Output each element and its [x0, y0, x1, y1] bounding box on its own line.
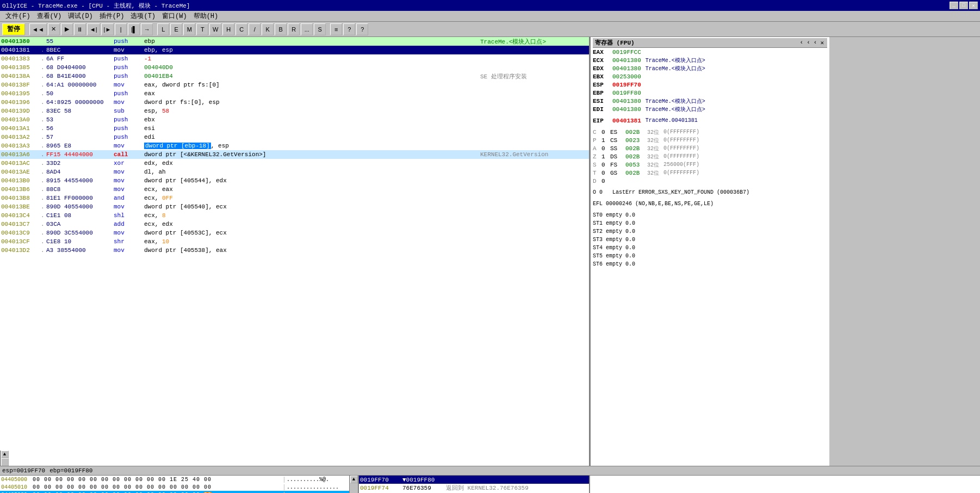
disasm-row[interactable]: 004013A0 . 53 push ebx — [0, 115, 589, 124]
disasm-dot: . — [41, 204, 46, 210]
toolbar-stepfwd[interactable]: |► — [101, 23, 114, 35]
disasm-dot: . — [41, 73, 46, 79]
reg-ecx-label: TraceMe.<模块入口点> — [646, 57, 705, 64]
toolbar-M[interactable]: M — [183, 23, 195, 35]
disasm-hex: FF15 44404000 — [46, 151, 111, 158]
toolbar-arrow[interactable]: → — [141, 23, 153, 35]
disasm-row[interactable]: 004013C4 . C1E1 08 shl ecx, 8 — [0, 211, 589, 220]
menu-options[interactable]: 选项(T) — [127, 10, 159, 22]
disasm-row[interactable]: 004013A6 . FF15 44404000 call dword ptr … — [0, 150, 589, 159]
disasm-hex: 8AD4 — [46, 169, 111, 175]
toolbar-C[interactable]: C — [235, 23, 247, 35]
nav-left2[interactable]: ‹ — [805, 39, 811, 46]
reg-edi-name: EDI — [593, 106, 610, 113]
toolbar-slash[interactable]: / — [249, 23, 260, 35]
maximize-btn[interactable]: □ — [959, 2, 968, 9]
scroll-up-btn[interactable]: ▲ — [1, 451, 9, 458]
disasm-dot: . — [41, 186, 46, 193]
disasm-row[interactable]: 00401381 . 8BEC mov ebp, esp — [0, 46, 589, 54]
disasm-row[interactable]: 00401380 55 push ebp TraceMe.<模块入口点> — [0, 37, 589, 46]
disasm-ops: dword ptr [<&KERNEL32.GetVersion>] — [144, 151, 480, 158]
nav-left3[interactable]: ‹ — [812, 39, 818, 46]
disasm-mnem: push — [111, 125, 144, 132]
disasm-row[interactable]: 004013C9 . 890D 3C554000 mov dword ptr [… — [0, 229, 589, 237]
toolbar-pause2[interactable]: ⏸ — [74, 23, 86, 35]
menu-window[interactable]: 窗口(W) — [159, 10, 190, 22]
toolbar-q1[interactable]: ? — [343, 23, 355, 35]
minimize-btn[interactable]: _ — [950, 2, 958, 9]
disasm-row[interactable]: 004013AE . 8AD4 mov dl, ah — [0, 168, 589, 176]
disasm-row[interactable]: 004013A3 . 8965 E8 mov dword ptr [ebp-18… — [0, 141, 589, 150]
stack-row-ff74[interactable]: 0019FF74 76E76359 返回到 KERNEL32.76E76359 — [359, 484, 589, 492]
flag-p: P — [593, 137, 599, 144]
menu-view[interactable]: 查看(V) — [34, 10, 65, 22]
flag-z-val: 1 — [601, 153, 608, 160]
reg-esi-name: ESI — [593, 98, 610, 104]
hex-row[interactable]: 04405010 00 00 00 00 00 00 00 00 00 00 0… — [0, 483, 349, 491]
reg-lasterr-text: O 0 LastErr ERROR_SXS_KEY_NOT_FOUND (000… — [593, 189, 749, 195]
disasm-row[interactable]: 00401383 . 6A FF push -1 — [0, 54, 589, 63]
toolbar-T[interactable]: T — [196, 23, 208, 35]
disasm-row[interactable]: 004013B0 . 8915 44554000 mov dword ptr [… — [0, 176, 589, 185]
toolbar-L[interactable]: L — [157, 23, 169, 35]
toolbar-run[interactable]: ▶ — [61, 23, 73, 35]
toolbar-stop[interactable]: ✕ — [48, 23, 60, 35]
menu-help[interactable]: 帮助(H) — [190, 10, 222, 22]
disasm-row[interactable]: 004013A2 . 57 push edi — [0, 133, 589, 141]
toolbar-E[interactable]: E — [170, 23, 182, 35]
menu-plugins[interactable]: 插件(P) — [96, 10, 128, 22]
disasm-row[interactable]: 00401395 . 50 push eax — [0, 89, 589, 98]
disasm-row[interactable]: 004013D2 . A3 38554000 mov dword ptr [40… — [0, 246, 589, 255]
disasm-addr: 004013AC — [0, 160, 41, 167]
disasm-row[interactable]: 0040138A . 68 B41E4000 push 00401EB4 SE … — [0, 72, 589, 81]
menu-file[interactable]: 文件(F) — [2, 10, 34, 22]
hex-scroll-up[interactable]: ▲ — [350, 476, 358, 483]
disasm-ops: ecx, edx — [144, 221, 480, 227]
hex-ascii: ................ — [284, 484, 349, 490]
stack-row-ff70[interactable]: 0019FF70 ▼0019FF80 — [359, 476, 589, 484]
reg-row-eax: EAX 0019FFCC — [593, 48, 827, 56]
disasm-row[interactable]: 004013BE . 890D 40554000 mov dword ptr [… — [0, 202, 589, 211]
hex-row[interactable]: 04405020 00 00 00 00 00 00 00 00 00 00 0… — [0, 491, 349, 493]
toolbar-R[interactable]: R — [288, 23, 300, 35]
disasm-row[interactable]: 0040139D . 83EC 58 sub esp, 58 — [0, 107, 589, 115]
disasm-row[interactable]: 004013CF . C1E8 10 shr eax, 10 — [0, 237, 589, 246]
toolbar-H[interactable]: H — [222, 23, 234, 35]
pause-button[interactable]: 暂停 — [2, 23, 25, 35]
toolbar-W[interactable]: W — [209, 23, 221, 35]
hex-scrollbar[interactable]: ▲ ▼ — [349, 476, 358, 493]
toolbar-rewind[interactable]: ◄◄ — [29, 23, 47, 35]
reg-edx-val: 00401380 — [612, 65, 641, 72]
toolbar-list[interactable]: ≡ — [330, 23, 342, 35]
disasm-scrollbar[interactable]: ▲ ▼ — [0, 451, 9, 466]
toolbar-S[interactable]: S — [314, 23, 326, 35]
disasm-addr: 004013AE — [0, 169, 41, 175]
disasm-row[interactable]: 004013B8 . 81E1 FF000000 and ecx, 0FF — [0, 194, 589, 202]
toolbar-step2[interactable]: |▌ — [128, 23, 140, 35]
toolbar-B[interactable]: B — [275, 23, 287, 35]
disasm-row[interactable]: 004013A1 . 56 push esi — [0, 124, 589, 133]
disasm-row[interactable]: 0040138F . 64:A1 00000000 mov eax, dword… — [0, 81, 589, 89]
scroll-thumb[interactable] — [1, 458, 9, 466]
nav-close[interactable]: ✕ — [819, 39, 825, 46]
flag-s-val: 0 — [601, 162, 608, 168]
menu-debug[interactable]: 调试(D) — [65, 10, 96, 22]
disasm-ops: eax — [144, 90, 480, 97]
hex-row[interactable]: 04405000 00 00 00 00 00 00 00 00 00 00 0… — [0, 476, 349, 483]
disasm-row[interactable]: 00401385 . 68 D0404000 push 004040D0 — [0, 63, 589, 72]
reg-st5-text: ST5 empty 0.0 — [593, 253, 635, 259]
toolbar-step[interactable]: | — [115, 23, 127, 35]
toolbar-stepback[interactable]: ◄| — [87, 23, 100, 35]
disasm-mnem: call — [111, 151, 144, 158]
toolbar-dots[interactable]: ... — [301, 23, 313, 35]
disasm-row[interactable]: 004013B6 . 88C8 mov ecx, eax — [0, 185, 589, 194]
disasm-row[interactable]: 004013AC . 33D2 xor edx, edx — [0, 159, 589, 168]
disasm-dot: . — [41, 238, 46, 245]
toolbar-q2[interactable]: ? — [356, 23, 368, 35]
nav-left1[interactable]: ‹ — [799, 39, 805, 46]
toolbar-K[interactable]: K — [262, 23, 274, 35]
close-btn[interactable]: ✕ — [969, 2, 978, 9]
disasm-row[interactable]: 00401396 . 64:8925 00000000 mov dword pt… — [0, 98, 589, 107]
disasm-row[interactable]: 004013C7 . 03CA add ecx, edx — [0, 220, 589, 229]
reg-st1: ST1 empty 0.0 — [593, 219, 827, 227]
